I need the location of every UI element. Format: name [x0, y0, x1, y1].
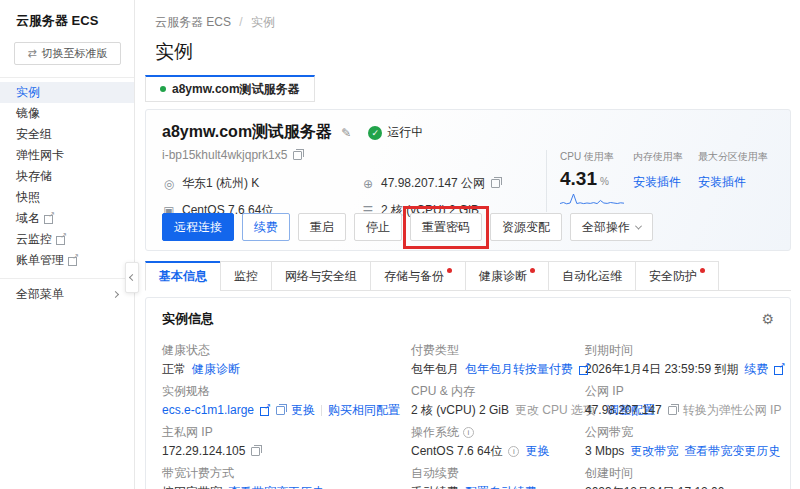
remote-connect-button[interactable]: 远程连接 — [162, 213, 234, 241]
instance-info-grid: 健康状态 正常 健康诊断 付费类型 包年包月 包年包月转按量付费 到期时间 20… — [162, 343, 774, 489]
disk-usage-metric: 最大分区使用率 安装插件 — [698, 150, 768, 207]
sidebar-item-images[interactable]: 镜像 — [0, 103, 134, 124]
region-value: 华东1 (杭州) K — [182, 175, 259, 192]
running-status-dot — [160, 86, 166, 92]
sidebar-item-label: 安全组 — [16, 126, 52, 143]
tab-health-diagnosis[interactable]: 健康诊断 — [465, 261, 549, 291]
tab-monitoring[interactable]: 监控 — [220, 261, 272, 291]
sidebar-item-enis[interactable]: 弹性网卡 — [0, 145, 134, 166]
copy-icon[interactable] — [668, 406, 677, 415]
health-value: 正常 — [162, 362, 186, 377]
sidebar-item-instances[interactable]: 实例 — [0, 82, 134, 103]
field-label: 操作系统 — [411, 425, 459, 440]
sidebar-item-domains[interactable]: 域名 — [0, 208, 134, 229]
instance-info-title: 实例信息 — [162, 310, 214, 328]
tab-ops-automation[interactable]: 自动化运维 — [548, 261, 636, 291]
configure-auto-renew-link[interactable]: 配置自动续费 — [465, 485, 537, 489]
detail-tab-bar: 基本信息 监控 网络与安全组 存储与备份 健康诊断 自动化运维 安全防护 — [145, 261, 791, 291]
external-link-icon[interactable] — [260, 406, 270, 416]
auto-renew-value: 手动续费 — [411, 485, 459, 489]
check-circle-icon: ✓ — [368, 126, 382, 140]
chevron-down-icon — [635, 222, 642, 229]
sidebar-menu: 实例 镜像 安全组 弹性网卡 块存储 快照 域名 云监控 账单管理 — [0, 77, 134, 271]
breadcrumb: 云服务器 ECS / 实例 — [135, 0, 800, 31]
field-instance-spec: 实例规格 ecs.e-c1m1.large 更换 购买相同配置 — [162, 384, 411, 418]
copy-icon[interactable] — [293, 151, 302, 160]
renew-button[interactable]: 续费 — [242, 213, 290, 241]
divider — [321, 405, 322, 416]
edit-icon[interactable]: ✎ — [341, 126, 351, 140]
notification-dot — [447, 268, 452, 273]
disk-usage-label: 最大分区使用率 — [698, 150, 768, 164]
instance-tab[interactable]: a8ymw.com测试服务器 — [145, 75, 315, 102]
sidebar-item-label: 实例 — [16, 84, 40, 101]
memory-usage-metric: 内存使用率 安装插件 — [633, 150, 689, 207]
reset-password-button[interactable]: 重置密码 — [410, 213, 482, 241]
sidebar-item-block-storage[interactable]: 块存储 — [0, 166, 134, 187]
sidebar-item-cloud-monitor[interactable]: 云监控 — [0, 229, 134, 250]
bandwidth-history-link[interactable]: 查看带宽变更历史 — [684, 444, 780, 459]
external-link-icon — [56, 235, 66, 245]
sidebar-collapse-handle[interactable] — [125, 262, 139, 293]
switch-arrows-icon: ⇄ — [27, 47, 36, 60]
field-label: 到期时间 — [585, 343, 784, 358]
tab-label: 安全防护 — [649, 268, 697, 285]
instance-spec-link[interactable]: ecs.e-c1m1.large — [162, 403, 254, 418]
sidebar-item-label: 快照 — [16, 189, 40, 206]
health-diagnosis-link[interactable]: 健康诊断 — [192, 362, 240, 377]
instance-summary-card: a8ymw.com测试服务器 ✎ ✓ 运行中 i-bp15khult4wkjqp… — [145, 109, 791, 251]
notification-dot — [530, 268, 535, 273]
action-buttons: 远程连接 续费 重启 停止 重置密码 资源变配 全部操作 — [162, 213, 653, 241]
notification-dot — [700, 268, 705, 273]
field-label: 公网带宽 — [585, 425, 784, 440]
external-link-icon — [44, 214, 54, 224]
change-os-link[interactable]: 更换 — [525, 444, 549, 459]
convert-to-payg-link[interactable]: 包年包月转按量付费 — [465, 362, 573, 377]
field-label: 主私网 IP — [162, 425, 411, 440]
sidebar-item-snapshots[interactable]: 快照 — [0, 187, 134, 208]
gear-icon[interactable]: ⚙ — [761, 311, 774, 327]
private-ip-value: 172.29.124.105 — [162, 444, 245, 459]
field-label: 健康状态 — [162, 343, 411, 358]
tab-label: 网络与安全组 — [285, 268, 357, 285]
install-plugin-link[interactable]: 安装插件 — [633, 174, 681, 191]
bandwidth-history-link[interactable]: 查看带宽变更历史 — [228, 485, 324, 489]
change-spec-link[interactable]: 更换 — [291, 403, 315, 418]
all-operations-button[interactable]: 全部操作 — [570, 213, 653, 241]
instance-info-header: 实例信息 ⚙ — [162, 310, 774, 328]
field-billing-type: 付费类型 包年包月 包年包月转按量付费 — [411, 343, 585, 377]
public-ip-cell: ⊕ 47.98.207.147 公网 — [361, 175, 562, 192]
tab-security-protection[interactable]: 安全防护 — [635, 261, 719, 291]
sidebar-divider — [0, 278, 134, 279]
resource-change-button[interactable]: 资源变配 — [490, 213, 562, 241]
expire-value: 2026年1月4日 23:59:59 到期 — [585, 362, 738, 377]
tab-network-security[interactable]: 网络与安全组 — [271, 261, 371, 291]
tab-basic-info[interactable]: 基本信息 — [145, 261, 221, 291]
buy-same-config-link[interactable]: 购买相同配置 — [328, 403, 400, 418]
copy-icon[interactable] — [251, 447, 260, 456]
sidebar-item-all-menu[interactable]: 全部菜单 — [0, 284, 134, 305]
change-bandwidth-link[interactable]: 更改带宽 — [630, 444, 678, 459]
product-title: 云服务器 ECS — [0, 0, 134, 36]
metrics-divider — [546, 150, 547, 212]
sidebar-item-billing[interactable]: 账单管理 — [0, 250, 134, 271]
chevron-left-icon — [128, 274, 135, 281]
install-plugin-link[interactable]: 安装插件 — [698, 174, 746, 191]
stop-button[interactable]: 停止 — [354, 213, 402, 241]
tab-storage-backup[interactable]: 存储与备份 — [370, 261, 466, 291]
breadcrumb-root[interactable]: 云服务器 ECS — [155, 15, 231, 29]
copy-icon[interactable] — [491, 179, 500, 188]
breadcrumb-separator: / — [239, 15, 242, 29]
field-label: 带宽计费方式 — [162, 466, 411, 481]
field-label: CPU & 内存 — [411, 384, 585, 399]
chevron-right-icon — [112, 291, 119, 298]
sidebar-item-label: 块存储 — [16, 168, 52, 185]
page-title: 实例 — [155, 39, 800, 65]
switch-version-button[interactable]: ⇄ 切换至标准版 — [14, 42, 121, 65]
status-badge: ✓ 运行中 — [368, 124, 423, 141]
renew-link[interactable]: 续费 — [744, 362, 768, 377]
field-label: 付费类型 — [411, 343, 585, 358]
sidebar-item-security-groups[interactable]: 安全组 — [0, 124, 134, 145]
restart-button[interactable]: 重启 — [298, 213, 346, 241]
copy-icon[interactable] — [276, 406, 285, 415]
